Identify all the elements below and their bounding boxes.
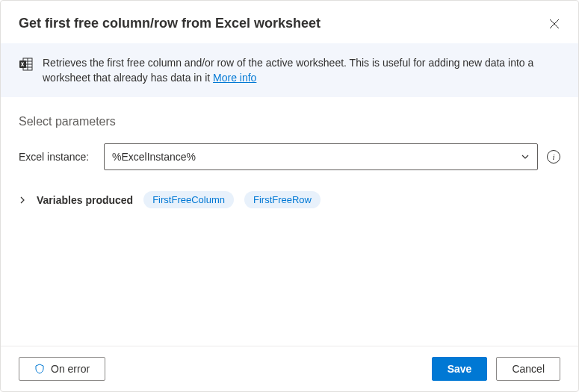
close-button[interactable] (548, 18, 560, 30)
variable-pill[interactable]: FirstFreeRow (244, 191, 321, 208)
info-banner: Retrieves the first free column and/or r… (1, 43, 578, 97)
banner-description: Retrieves the first free column and/or r… (43, 57, 533, 84)
banner-text: Retrieves the first free column and/or r… (43, 55, 560, 85)
dialog-title: Get first free column/row from Excel wor… (19, 16, 321, 31)
info-icon[interactable]: i (547, 150, 560, 164)
cancel-button[interactable]: Cancel (496, 357, 560, 381)
excel-instance-dropdown[interactable]: %ExcelInstance% (104, 143, 538, 170)
close-icon (549, 19, 560, 29)
variables-produced-label: Variables produced (37, 194, 133, 206)
save-button[interactable]: Save (432, 357, 488, 381)
chevron-right-icon (19, 196, 26, 204)
chevron-down-icon (521, 152, 530, 161)
on-error-button[interactable]: On error (19, 357, 105, 381)
dropdown-value: %ExcelInstance% (112, 151, 196, 163)
section-title: Select parameters (19, 115, 560, 128)
variable-pill[interactable]: FirstFreeColumn (143, 191, 234, 208)
excel-instance-label: Excel instance: (19, 151, 95, 163)
on-error-label: On error (51, 363, 90, 375)
variables-produced-row[interactable]: Variables produced FirstFreeColumn First… (19, 191, 560, 208)
more-info-link[interactable]: More info (213, 72, 256, 84)
excel-icon (19, 57, 34, 72)
shield-icon (34, 364, 45, 374)
